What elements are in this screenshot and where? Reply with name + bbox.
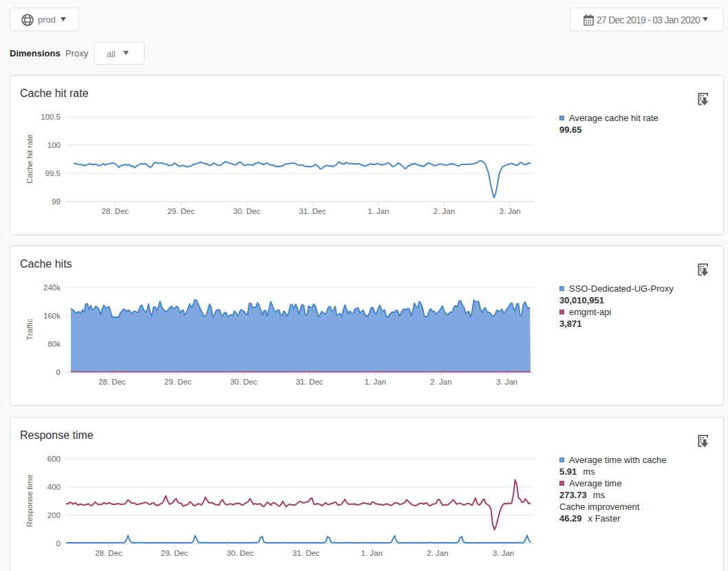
- svg-text:100: 100: [47, 141, 61, 149]
- svg-text:29. Dec: 29. Dec: [161, 549, 189, 557]
- svg-text:28. Dec: 28. Dec: [95, 549, 122, 557]
- svg-text:160k: 160k: [43, 312, 61, 320]
- svg-text:30. Dec: 30. Dec: [233, 207, 261, 215]
- svg-text:0: 0: [56, 368, 61, 376]
- svg-text:31. Dec: 31. Dec: [292, 549, 320, 557]
- svg-text:Cache hit rate: Cache hit rate: [25, 134, 34, 184]
- svg-text:30. Dec: 30. Dec: [230, 378, 257, 386]
- svg-text:200: 200: [47, 511, 61, 519]
- svg-text:31. Dec: 31. Dec: [299, 207, 326, 215]
- svg-text:2. Jan: 2. Jan: [433, 207, 455, 215]
- svg-text:100.5: 100.5: [41, 113, 61, 121]
- svg-text:80k: 80k: [47, 340, 61, 348]
- svg-text:2. Jan: 2. Jan: [427, 549, 448, 557]
- svg-text:600: 600: [47, 455, 61, 463]
- svg-text:30. Dec: 30. Dec: [226, 549, 254, 557]
- svg-text:Response time: Response time: [25, 475, 34, 528]
- svg-text:3. Jan: 3. Jan: [493, 549, 514, 557]
- svg-text:29. Dec: 29. Dec: [167, 207, 195, 215]
- svg-text:28. Dec: 28. Dec: [102, 207, 129, 215]
- svg-text:0: 0: [56, 539, 61, 548]
- svg-text:2. Jan: 2. Jan: [430, 378, 451, 386]
- svg-text:Traffic: Traffic: [25, 319, 34, 341]
- svg-text:29. Dec: 29. Dec: [164, 378, 192, 386]
- svg-text:99: 99: [52, 197, 61, 206]
- svg-text:99.5: 99.5: [45, 169, 61, 177]
- svg-text:1. Jan: 1. Jan: [365, 378, 386, 386]
- svg-text:240k: 240k: [43, 283, 61, 292]
- svg-text:1. Jan: 1. Jan: [367, 207, 389, 215]
- svg-text:28. Dec: 28. Dec: [98, 378, 126, 386]
- svg-text:1. Jan: 1. Jan: [361, 549, 383, 557]
- svg-text:31. Dec: 31. Dec: [296, 378, 323, 386]
- svg-text:400: 400: [47, 483, 61, 491]
- svg-text:3. Jan: 3. Jan: [499, 207, 520, 215]
- svg-text:3. Jan: 3. Jan: [496, 378, 517, 386]
